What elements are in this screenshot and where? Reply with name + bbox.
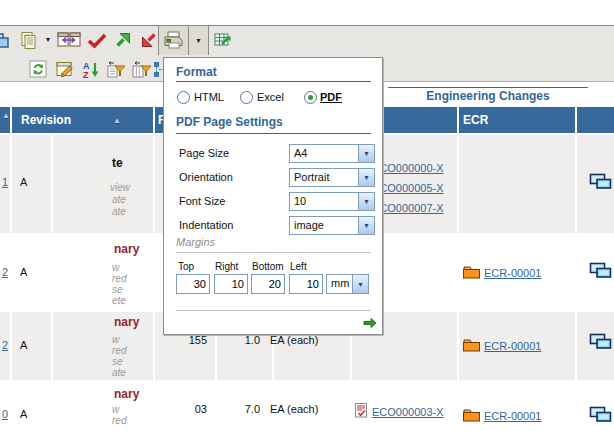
sort-asc-icon: ▲ bbox=[113, 116, 121, 125]
indentation-label: Indentation bbox=[179, 219, 233, 231]
margin-left-input[interactable] bbox=[289, 274, 323, 294]
column-header-ecr[interactable]: ECR bbox=[459, 107, 575, 133]
submit-arrow-button[interactable] bbox=[363, 317, 377, 331]
item-number-link[interactable]: 2 bbox=[0, 339, 8, 351]
settings-title: PDF Page Settings bbox=[176, 115, 283, 129]
margin-unit-select[interactable]: mm ▼ bbox=[326, 274, 369, 294]
ecr-link[interactable]: ECR-00001 bbox=[484, 267, 541, 279]
ecr-link[interactable]: ECR-00001 bbox=[484, 340, 541, 352]
radio-html-label[interactable]: HTML bbox=[194, 91, 224, 103]
margin-bottom-input[interactable] bbox=[251, 274, 285, 294]
page-size-label: Page Size bbox=[179, 147, 229, 159]
revision-value: A bbox=[20, 176, 27, 188]
find-number-value: 155 bbox=[160, 334, 207, 346]
radio-excel[interactable] bbox=[240, 91, 253, 104]
margin-right-input[interactable] bbox=[214, 274, 248, 294]
chevron-down-icon: ▼ bbox=[358, 169, 374, 186]
orientation-select[interactable]: Portrait ▼ bbox=[289, 168, 375, 187]
quantity-value: 7.0 bbox=[215, 403, 260, 415]
print-button[interactable] bbox=[158, 25, 189, 56]
print-icon bbox=[162, 30, 185, 51]
orientation-label: Orientation bbox=[179, 171, 233, 183]
print-menu-arrow-button[interactable]: ▼ bbox=[188, 25, 209, 56]
folder-icon[interactable] bbox=[462, 265, 481, 281]
chevron-down-icon: ▼ bbox=[358, 217, 374, 234]
toolbar-primary: ▼ ▼ bbox=[0, 25, 614, 56]
column-header-number[interactable]: ▲ bbox=[0, 107, 10, 133]
margin-left-label: Left bbox=[290, 261, 307, 272]
item-number-link[interactable]: 2 bbox=[0, 266, 8, 278]
window-icon[interactable] bbox=[0, 29, 9, 51]
quantity-value: 1.0 bbox=[215, 334, 260, 346]
margin-bottom-label: Bottom bbox=[252, 261, 284, 272]
column-header-actions bbox=[577, 107, 614, 133]
chevron-down-icon: ▼ bbox=[352, 275, 368, 293]
refresh-icon[interactable] bbox=[29, 58, 48, 80]
edit-icon[interactable] bbox=[55, 58, 75, 80]
windows-copy-icon[interactable] bbox=[589, 333, 612, 352]
copy-icon[interactable] bbox=[19, 29, 39, 51]
export-grid-icon[interactable] bbox=[212, 29, 232, 51]
indentation-select[interactable]: image ▼ bbox=[289, 216, 375, 235]
revision-value: A bbox=[20, 339, 27, 351]
font-size-label: Font Size bbox=[179, 195, 225, 207]
margins-title: Margins bbox=[176, 236, 215, 248]
app-window: ▼ ▼ AZ bbox=[0, 0, 614, 431]
windows-copy-icon[interactable] bbox=[589, 406, 612, 425]
change-doc-icon bbox=[355, 403, 367, 420]
chevron-down-icon: ▼ bbox=[358, 145, 374, 162]
folder-icon[interactable] bbox=[462, 408, 481, 424]
uom-value: EA (each) bbox=[270, 403, 318, 415]
margin-top-input[interactable] bbox=[176, 274, 210, 294]
margin-right-label: Right bbox=[215, 261, 238, 272]
approve-check-icon[interactable] bbox=[86, 29, 108, 51]
demote-arrow-icon[interactable] bbox=[139, 29, 159, 51]
eco-link[interactable]: ECO000003-X bbox=[372, 406, 444, 418]
radio-excel-label[interactable]: Excel bbox=[257, 91, 284, 103]
margin-top-label: Top bbox=[178, 261, 194, 272]
windows-copy-icon[interactable] bbox=[589, 173, 612, 192]
svg-text:Z: Z bbox=[83, 70, 89, 79]
copy-menu-arrow-icon[interactable]: ▼ bbox=[42, 29, 54, 51]
group-header-engineering-changes: Engineering Changes bbox=[388, 87, 588, 103]
column-header-label: Revision bbox=[21, 113, 71, 127]
radio-pdf-label[interactable]: PDF bbox=[320, 91, 342, 103]
column-header-label: ECR bbox=[463, 113, 488, 127]
filter-columns-icon[interactable] bbox=[131, 58, 152, 80]
swap-windows-icon[interactable] bbox=[57, 29, 81, 51]
radio-pdf[interactable] bbox=[304, 91, 317, 104]
windows-copy-icon[interactable] bbox=[589, 262, 612, 281]
find-number-value: 03 bbox=[160, 403, 207, 415]
filter-list-icon[interactable] bbox=[106, 58, 126, 80]
chevron-down-icon: ▼ bbox=[358, 193, 374, 210]
font-size-select[interactable]: 10 ▼ bbox=[289, 192, 375, 211]
sort-asc-icon: ▲ bbox=[2, 111, 10, 120]
table-row: 0 A nary w red 03 7.0 EA (each) ECO00000… bbox=[0, 382, 614, 431]
revision-value: A bbox=[20, 408, 27, 420]
folder-icon[interactable] bbox=[462, 338, 481, 354]
uom-value: EA (each) bbox=[270, 334, 318, 346]
column-header-revision[interactable]: Revision ▲ bbox=[12, 107, 153, 133]
ecr-link[interactable]: ECR-00001 bbox=[484, 410, 541, 422]
panel-title: Format bbox=[176, 65, 217, 79]
item-number-link[interactable]: 0 bbox=[0, 408, 8, 420]
radio-html[interactable] bbox=[177, 91, 190, 104]
print-format-panel: Format HTML Excel PDF PDF Page Settings … bbox=[163, 57, 383, 335]
revision-value: A bbox=[20, 266, 27, 278]
promote-arrow-icon[interactable] bbox=[113, 29, 133, 51]
sort-az-icon[interactable]: AZ bbox=[82, 58, 100, 80]
page-size-select[interactable]: A4 ▼ bbox=[289, 144, 375, 163]
item-number-link[interactable]: 1 bbox=[0, 176, 8, 188]
